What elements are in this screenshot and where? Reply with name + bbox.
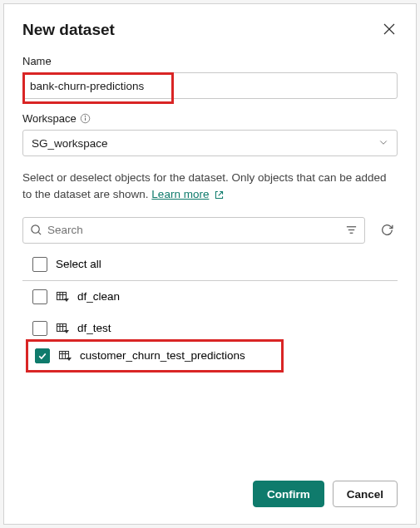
select-all-row[interactable]: Select all xyxy=(22,254,398,281)
new-dataset-dialog: New dataset Name Workspace SG_workspace xyxy=(3,3,417,525)
select-all-checkbox[interactable] xyxy=(32,257,47,272)
close-icon xyxy=(383,22,396,36)
workspace-value: SG_workspace xyxy=(32,137,108,150)
workspace-label: Workspace xyxy=(22,112,398,125)
table-icon xyxy=(58,349,72,363)
search-row xyxy=(22,217,398,244)
learn-more-link[interactable]: Learn more xyxy=(151,186,225,203)
workspace-select[interactable]: SG_workspace xyxy=(22,130,398,156)
list-item[interactable]: df_clean xyxy=(22,281,398,313)
refresh-icon xyxy=(380,223,394,237)
check-icon xyxy=(37,351,47,361)
dialog-footer: Confirm Cancel xyxy=(22,469,398,507)
svg-line-6 xyxy=(38,232,41,234)
filter-icon[interactable] xyxy=(345,224,358,236)
dialog-header: New dataset xyxy=(22,21,398,40)
name-field-group: Name xyxy=(22,55,398,99)
refresh-button[interactable] xyxy=(377,220,398,240)
info-text: Select or deselect objects for the datas… xyxy=(22,170,398,204)
workspace-label-text: Workspace xyxy=(22,112,77,125)
name-label: Name xyxy=(22,55,398,67)
table-icon xyxy=(56,322,69,335)
item-label: df_test xyxy=(77,322,111,334)
info-icon[interactable] xyxy=(80,113,91,124)
item-checkbox[interactable] xyxy=(32,289,47,304)
external-link-icon xyxy=(214,190,225,200)
svg-point-4 xyxy=(85,116,86,116)
learn-more-text: Learn more xyxy=(151,186,209,203)
chevron-down-icon xyxy=(378,137,388,150)
search-input[interactable] xyxy=(47,224,340,236)
item-label: df_clean xyxy=(77,290,120,303)
item-label: customer_churn_test_predictions xyxy=(80,349,245,362)
item-checkbox[interactable] xyxy=(35,348,50,363)
object-list: Select all df_clean df_test xyxy=(22,254,398,368)
dialog-title: New dataset xyxy=(22,21,115,39)
confirm-button[interactable]: Confirm xyxy=(253,481,324,507)
search-icon xyxy=(30,224,42,236)
cancel-button[interactable]: Cancel xyxy=(333,481,398,507)
item-checkbox[interactable] xyxy=(32,321,47,336)
select-all-label: Select all xyxy=(56,258,101,270)
name-input[interactable] xyxy=(22,72,398,99)
table-icon xyxy=(56,290,69,303)
svg-point-5 xyxy=(32,225,39,233)
close-button[interactable] xyxy=(381,21,398,40)
search-box[interactable] xyxy=(22,217,365,244)
workspace-field-group: Workspace SG_workspace xyxy=(22,112,398,156)
list-item[interactable]: customer_churn_test_predictions xyxy=(35,347,274,365)
